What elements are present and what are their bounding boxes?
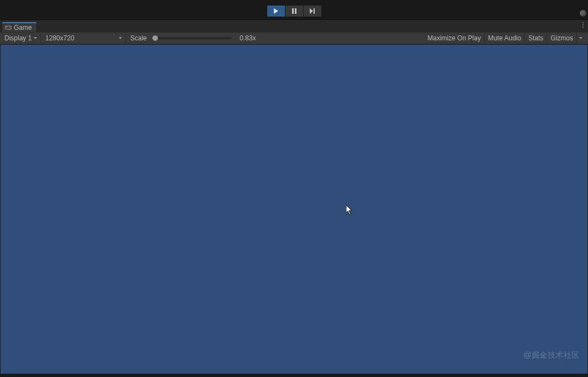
svg-rect-5	[5, 26, 12, 29]
scale-slider[interactable]	[152, 37, 232, 39]
scale-value: 0.83x	[240, 34, 256, 42]
svg-marker-3	[310, 8, 313, 14]
display-dropdown[interactable]: Display 1	[1, 33, 41, 43]
gizmos-options[interactable]	[576, 33, 587, 44]
step-button[interactable]	[304, 6, 321, 17]
play-icon	[273, 8, 279, 14]
game-viewport[interactable]: @掘金技术社区	[1, 44, 587, 374]
cursor-icon	[346, 205, 355, 216]
watermark: @掘金技术社区	[523, 350, 580, 360]
right-controls: Maximize On Play Mute Audio Stats Gizmos	[424, 33, 587, 44]
chevron-down-icon	[119, 37, 122, 39]
svg-rect-4	[314, 8, 315, 14]
svg-marker-0	[274, 8, 278, 14]
svg-point-9	[10, 28, 10, 28]
scale-section: Scale 0.83x	[127, 34, 423, 42]
svg-point-8	[9, 27, 10, 27]
chevron-down-icon	[34, 37, 37, 39]
game-icon	[5, 25, 12, 30]
display-value: Display 1	[4, 34, 31, 42]
game-control-bar: Display 1 1280x720 Scale 0.83x Maximize …	[0, 32, 588, 44]
resolution-dropdown[interactable]: 1280x720	[42, 33, 126, 43]
play-button[interactable]	[267, 6, 285, 17]
play-controls	[267, 6, 321, 17]
svg-marker-10	[346, 205, 352, 214]
resolution-value: 1280x720	[45, 34, 75, 42]
stats-toggle[interactable]: Stats	[525, 33, 547, 44]
chevron-down-icon	[579, 37, 582, 39]
gizmos-dropdown[interactable]: Gizmos	[547, 33, 576, 44]
step-icon	[309, 8, 316, 14]
slider-thumb[interactable]	[152, 35, 158, 41]
tab-strip: Game	[0, 20, 588, 32]
corner-indicator-icon	[580, 10, 586, 17]
svg-rect-2	[295, 8, 296, 14]
pause-icon	[292, 8, 297, 14]
top-toolbar	[0, 0, 588, 20]
maximize-on-play-toggle[interactable]: Maximize On Play	[424, 33, 484, 44]
tab-context-menu[interactable]	[582, 22, 584, 28]
pause-button[interactable]	[285, 6, 303, 17]
tab-label: Game	[14, 24, 32, 32]
mute-audio-toggle[interactable]: Mute Audio	[484, 33, 525, 44]
svg-rect-1	[292, 8, 294, 14]
svg-rect-7	[7, 27, 7, 28]
scale-label: Scale	[130, 34, 147, 42]
tab-game[interactable]: Game	[2, 22, 37, 32]
